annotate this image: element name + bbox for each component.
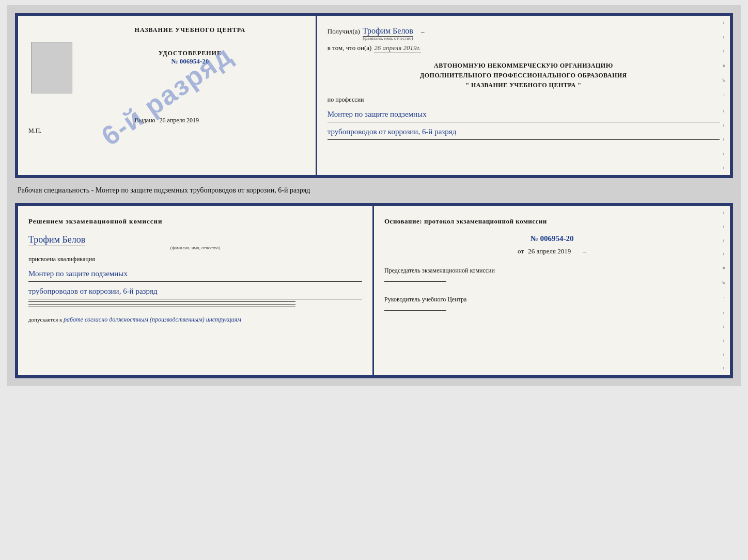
vtom-label: в том, что он(а) [328, 44, 372, 52]
bottom-recipient-name: Трофим Белов [28, 234, 85, 246]
org-block: АВТОНОМНУЮ НЕКОММЕРЧЕСКУЮ ОРГАНИЗАЦИЮ ДО… [328, 61, 720, 91]
b-side-char-11: – [722, 354, 727, 356]
b-side-char-3: – [722, 239, 727, 242]
side-char-6: ← [722, 93, 727, 98]
side-char-10: – [722, 153, 727, 155]
fio-hint: (фамилия, имя, отчество) [363, 36, 413, 41]
rukovoditel-block: Руководитель учебного Центра [384, 295, 720, 313]
cert-top-left: НАЗВАНИЕ УЧЕБНОГО ЦЕНТРА 6-й разряд УДОС… [18, 16, 317, 175]
side-char-8: – [722, 124, 727, 127]
poluchil-line: Получил(а) Трофим Белов (фамилия, имя, о… [328, 26, 720, 41]
side-char-4: и [722, 65, 727, 67]
cert-bottom-right: Основание: протокол экзаменационной коми… [374, 206, 730, 375]
ot-dash: – [583, 247, 586, 255]
profession-line2: трубопроводов от коррозии, 6-й разряд [328, 124, 720, 140]
dopuskaetsya-block: допускается к работе согласно должностны… [28, 315, 362, 324]
certificate-bottom: Решением экзаменационной комиссии Трофим… [15, 203, 733, 378]
vtom-line: в том, что он(а) 26 апреля 2019г. [328, 44, 720, 53]
cert-top-title: НАЗВАНИЕ УЧЕБНОГО ЦЕНТРА [135, 26, 246, 34]
bottom-profession-line1: Монтер по защите подземных [28, 266, 362, 282]
side-lines-right: – – – и ,а ← – – – – – [721, 16, 727, 175]
ot-label: от [518, 247, 524, 255]
okончил-date: 26 апреля 2019г. [374, 44, 420, 53]
bottom-name-block: Трофим Белов (фамилия, имя, отчество) [28, 234, 362, 250]
predsedatel-signature [384, 281, 446, 282]
b-side-char-5: и [722, 267, 727, 269]
side-char-9: – [722, 138, 727, 141]
vydano-label: Выдано [135, 117, 155, 124]
recipient-name: Трофим Белов [363, 26, 413, 37]
side-char-2: – [722, 36, 727, 39]
po-professii: по профессии [328, 96, 720, 104]
page-wrapper: НАЗВАНИЕ УЧЕБНОГО ЦЕНТРА 6-й разряд УДОС… [7, 5, 741, 386]
profession-line1: Монтер по защите подземных [328, 106, 720, 122]
vydano-line: Выдано 26 апреля 2019 [135, 117, 199, 124]
cert-top-right: Получил(а) Трофим Белов (фамилия, имя, о… [317, 16, 730, 175]
prisvoyena-label: присвоена квалификация [28, 255, 362, 263]
certificate-top: НАЗВАНИЕ УЧЕБНОГО ЦЕНТРА 6-й разряд УДОС… [15, 13, 733, 178]
b-side-char-2: – [722, 226, 727, 228]
predsedatel-label: Председатель экзаменационной комиссии [384, 266, 720, 275]
protocol-number: № 006954-20 [384, 234, 720, 243]
vydano-date: 26 апреля 2019 [160, 117, 199, 124]
dash1: – [421, 27, 425, 36]
side-char-5: ,а [722, 78, 727, 82]
org-line1: АВТОНОМНУЮ НЕКОММЕРЧЕСКУЮ ОРГАНИЗАЦИЮ [328, 61, 720, 71]
b-side-char-10: – [722, 340, 727, 342]
info-column: НАЗВАНИЕ УЧЕБНОГО ЦЕНТРА 6-й разряд УДОС… [72, 26, 308, 101]
b-side-char-1: – [722, 212, 727, 214]
osnovaniye-title: Основание: протокол экзаменационной коми… [384, 216, 720, 227]
udost-block: УДОСТОВЕРЕНИЕ № 006954-20 [159, 50, 222, 66]
b-side-char-9: – [722, 326, 727, 328]
b-side-char-6: ,а [722, 281, 727, 284]
org-line2: ДОПОЛНИТЕЛЬНОГО ПРОФЕССИОНАЛЬНОГО ОБРАЗО… [328, 71, 720, 81]
rukovoditel-signature [384, 310, 446, 311]
mp-line: М.П. [28, 127, 41, 135]
bottom-side-lines: – – – – и ,а ← – – – – – [721, 206, 727, 375]
b-side-char-4: – [722, 253, 727, 255]
resheniye-title: Решением экзаменационной комиссии [28, 216, 362, 227]
side-char-11: – [722, 167, 727, 169]
side-char-1: – [722, 22, 727, 24]
poluchil-label: Получил(а) [328, 27, 360, 36]
b-side-char-7: ← [722, 296, 727, 300]
predsedatel-block: Председатель экзаменационной комиссии [384, 266, 720, 284]
cert-bottom-left: Решением экзаменационной комиссии Трофим… [18, 206, 374, 375]
udost-number: № 006954-20 [159, 57, 222, 66]
specialty-text: Рабочая специальность - Монтер по защите… [15, 182, 733, 199]
ot-date: 26 апреля 2019 [528, 247, 571, 255]
udost-title: УДОСТОВЕРЕНИЕ [159, 50, 222, 57]
b-side-char-8: – [722, 312, 727, 314]
org-line3: " НАЗВАНИЕ УЧЕБНОГО ЦЕНТРА " [328, 81, 720, 90]
side-char-7: – [722, 110, 727, 113]
dopuskaetsya-label: допускается к [28, 316, 62, 323]
b-side-char-12: – [722, 367, 727, 370]
side-char-3: – [722, 50, 727, 53]
ot-date-block: от 26 апреля 2019 – [384, 247, 720, 255]
bottom-profession-line2: трубопроводов от коррозии, 6-й разряд [28, 283, 362, 299]
dopuskaetsya-text: работе согласно должностным (производств… [64, 316, 241, 323]
photo-placeholder [31, 42, 72, 93]
rukovoditel-label: Руководитель учебного Центра [384, 295, 720, 304]
photo-column [26, 26, 72, 101]
